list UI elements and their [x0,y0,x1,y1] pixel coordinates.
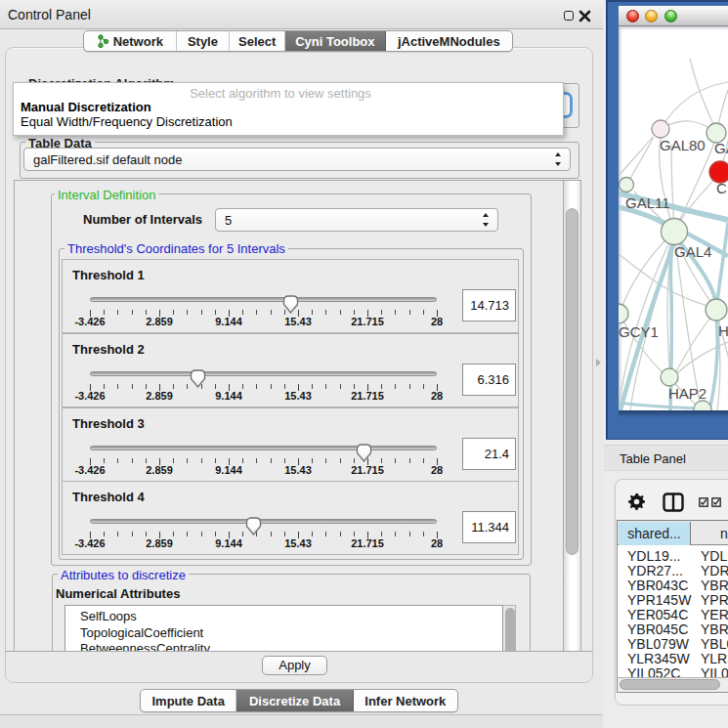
svg-text:GAL80: GAL80 [660,137,706,153]
svg-text:HAP2: HAP2 [668,385,707,402]
svg-text:GAL11: GAL11 [625,194,670,211]
svg-text:GA: GA [714,140,728,156]
svg-text:GAL4: GAL4 [674,243,711,260]
svg-text:GCY1: GCY1 [619,323,659,340]
svg-text:H: H [718,322,728,339]
svg-text:C: C [716,180,727,196]
